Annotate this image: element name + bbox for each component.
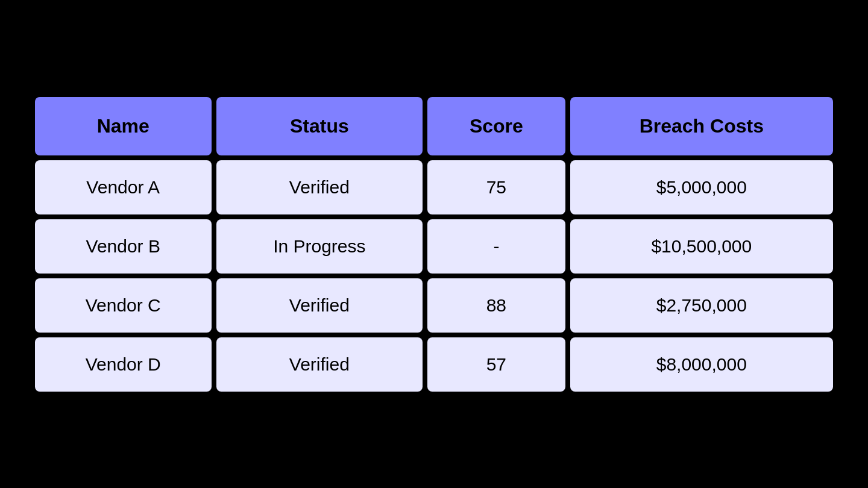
col-header-breach-costs: Breach Costs bbox=[570, 97, 833, 155]
vendor-status: Verified bbox=[216, 160, 423, 214]
vendor-status: Verified bbox=[216, 337, 423, 392]
vendor-breach-costs: $8,000,000 bbox=[570, 337, 833, 392]
vendor-name: Vendor A bbox=[35, 160, 212, 214]
table-row: Vendor AVerified75$5,000,000 bbox=[35, 160, 833, 214]
col-header-name: Name bbox=[35, 97, 212, 155]
vendor-score: 88 bbox=[427, 278, 565, 333]
col-header-status: Status bbox=[216, 97, 423, 155]
vendor-name: Vendor C bbox=[35, 278, 212, 333]
vendor-table: Name Status Score Breach Costs Vendor AV… bbox=[30, 92, 838, 396]
vendor-breach-costs: $5,000,000 bbox=[570, 160, 833, 214]
col-header-score: Score bbox=[427, 97, 565, 155]
vendor-status: In Progress bbox=[216, 219, 423, 274]
vendor-table-container: Name Status Score Breach Costs Vendor AV… bbox=[30, 92, 838, 396]
vendor-name: Vendor B bbox=[35, 219, 212, 274]
vendor-name: Vendor D bbox=[35, 337, 212, 392]
table-row: Vendor CVerified88$2,750,000 bbox=[35, 278, 833, 333]
table-row: Vendor BIn Progress-$10,500,000 bbox=[35, 219, 833, 274]
vendor-score: 57 bbox=[427, 337, 565, 392]
vendor-breach-costs: $2,750,000 bbox=[570, 278, 833, 333]
vendor-score: - bbox=[427, 219, 565, 274]
vendor-status: Verified bbox=[216, 278, 423, 333]
table-row: Vendor DVerified57$8,000,000 bbox=[35, 337, 833, 392]
vendor-breach-costs: $10,500,000 bbox=[570, 219, 833, 274]
vendor-score: 75 bbox=[427, 160, 565, 214]
table-header-row: Name Status Score Breach Costs bbox=[35, 97, 833, 155]
